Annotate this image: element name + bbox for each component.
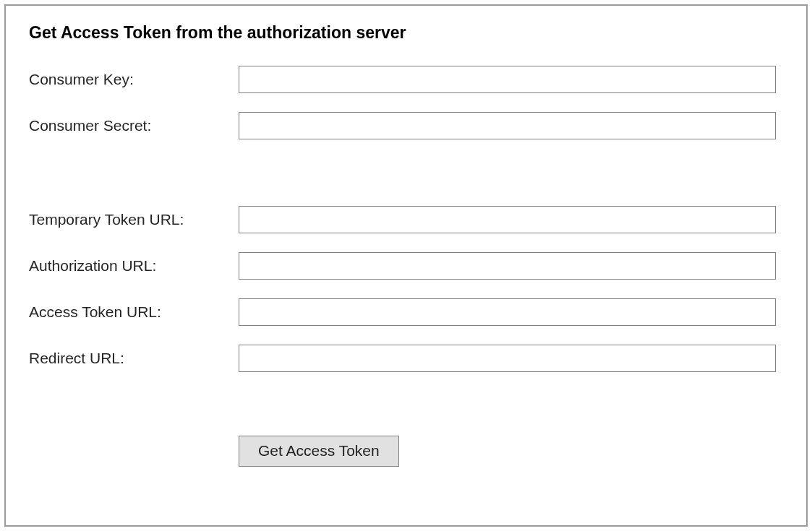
access-token-panel: Get Access Token from the authorization … [4, 4, 808, 527]
access-token-url-label: Access Token URL: [29, 303, 231, 321]
group-spacer [29, 158, 776, 187]
get-access-token-button[interactable]: Get Access Token [239, 436, 399, 467]
consumer-secret-input[interactable] [239, 112, 776, 139]
button-spacer [29, 391, 776, 417]
redirect-url-input[interactable] [239, 345, 776, 372]
access-token-url-input[interactable] [239, 298, 776, 326]
consumer-secret-label: Consumer Secret: [29, 117, 231, 134]
form-title: Get Access Token from the authorization … [29, 23, 783, 43]
authorization-url-input[interactable] [239, 252, 776, 280]
consumer-key-label: Consumer Key: [29, 71, 231, 88]
redirect-url-label: Redirect URL: [29, 350, 231, 367]
temporary-token-url-label: Temporary Token URL: [29, 211, 231, 228]
button-cell: Get Access Token [239, 436, 776, 467]
form-grid: Consumer Key: Consumer Secret: Temporary… [29, 66, 776, 467]
temporary-token-url-input[interactable] [239, 206, 776, 233]
authorization-url-label: Authorization URL: [29, 257, 231, 275]
consumer-key-input[interactable] [239, 66, 776, 93]
